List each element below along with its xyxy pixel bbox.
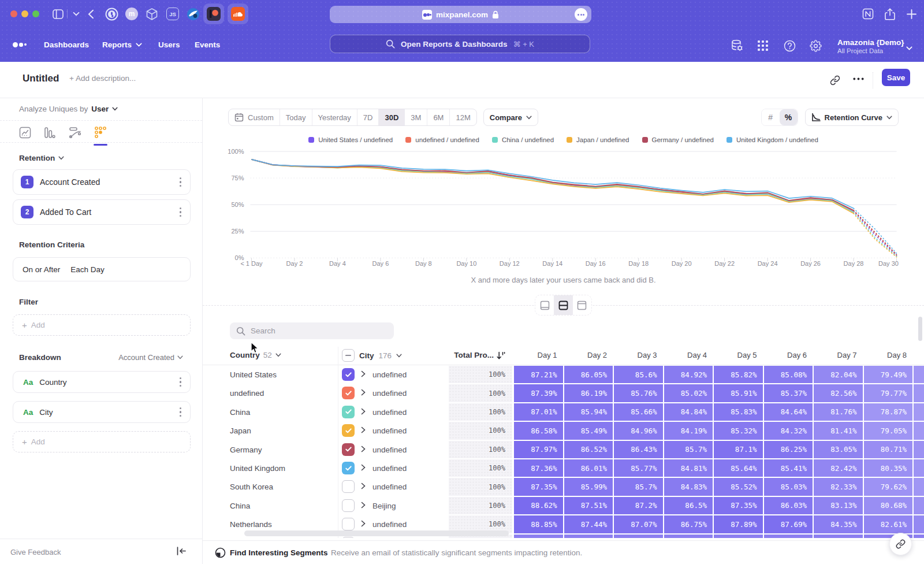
row-checkbox[interactable] xyxy=(342,462,355,474)
day-value-cell[interactable]: 86.25% xyxy=(764,441,813,458)
day-value-cell[interactable]: 86.52% xyxy=(564,441,613,458)
breakdown-city[interactable]: Aa City xyxy=(13,401,191,423)
day-column-header[interactable]: Day 7 xyxy=(813,351,863,359)
tab-funnels-icon[interactable] xyxy=(43,125,57,139)
tab-flows-icon[interactable] xyxy=(68,125,82,139)
range-30d[interactable]: 30D xyxy=(379,109,405,125)
day-value-cell[interactable]: 87.1% xyxy=(714,441,763,458)
collapse-sidebar-icon[interactable] xyxy=(177,547,186,556)
row-checkbox[interactable] xyxy=(342,480,355,493)
day-value-cell[interactable]: 82.04% xyxy=(814,366,863,383)
day-column-header[interactable]: Day 1 xyxy=(513,351,564,359)
chevron-down-icon[interactable] xyxy=(69,7,83,21)
city-cell[interactable]: Beijing xyxy=(372,502,396,510)
day-value-cell[interactable]: 86.5% xyxy=(664,497,713,514)
range-yesterday[interactable]: Yesterday xyxy=(312,109,357,125)
range-3m[interactable]: 3M xyxy=(405,109,427,125)
day-value-cell[interactable]: 84.83% xyxy=(664,478,713,495)
country-cell[interactable]: South Korea xyxy=(230,483,273,491)
cube-icon[interactable] xyxy=(145,7,159,21)
range-7d[interactable]: 7D xyxy=(357,109,379,125)
globe-wave-icon[interactable] xyxy=(186,7,200,21)
one-password-icon[interactable] xyxy=(105,7,118,21)
day-value-cell[interactable]: 83.13% xyxy=(814,497,863,514)
share-icon[interactable] xyxy=(883,7,897,21)
day-value-cell[interactable]: 85.94% xyxy=(564,403,613,421)
day-value-cell[interactable]: 86.03% xyxy=(764,497,813,514)
day-value-cell[interactable]: 86.75% xyxy=(664,515,713,533)
day-value-cell[interactable]: 87.01% xyxy=(514,403,563,421)
row-checkbox[interactable] xyxy=(342,424,355,437)
table-search[interactable]: Search xyxy=(230,322,394,339)
back-icon[interactable] xyxy=(84,7,98,21)
day-value-cell[interactable]: 84.64% xyxy=(764,403,813,421)
row-checkbox[interactable] xyxy=(342,518,355,530)
day-value-cell[interactable]: 79.77% xyxy=(864,384,913,402)
expand-row-icon[interactable] xyxy=(361,464,368,472)
add-breakdown-button[interactable]: +Add xyxy=(13,431,191,452)
day-column-header[interactable]: Day 8 xyxy=(863,351,914,359)
range-custom[interactable]: Custom xyxy=(229,109,280,125)
save-button[interactable]: Save xyxy=(882,69,910,86)
breakdown-menu-icon[interactable] xyxy=(180,407,182,417)
more-options-icon[interactable] xyxy=(853,77,863,88)
notion-icon[interactable] xyxy=(861,7,875,21)
day-value-cell[interactable]: 83.05% xyxy=(814,441,863,458)
expand-row-icon[interactable] xyxy=(361,520,368,528)
share-link-fab[interactable] xyxy=(889,533,912,555)
compare-button[interactable]: Compare xyxy=(483,109,538,126)
layout-table-only-button[interactable] xyxy=(573,295,591,315)
day-value-cell[interactable]: 87.21% xyxy=(514,366,563,383)
row-checkbox[interactable] xyxy=(342,499,355,512)
day-value-cell[interactable]: 80.35% xyxy=(864,459,913,477)
traffic-light-zoom[interactable] xyxy=(32,10,39,17)
day-value-cell[interactable]: 85.91% xyxy=(714,384,763,402)
step-menu-icon[interactable] xyxy=(180,207,182,217)
day-value-cell[interactable]: 85.76% xyxy=(614,384,663,402)
legend-item[interactable]: China / undefined xyxy=(492,136,554,143)
day-value-cell[interactable]: 85.32% xyxy=(714,422,763,439)
range-12m[interactable]: 12M xyxy=(450,109,476,125)
day-value-cell[interactable]: 87.97% xyxy=(514,441,563,458)
country-cell[interactable]: Germany xyxy=(230,446,262,454)
city-cell[interactable]: undefined xyxy=(372,426,407,435)
report-description-placeholder[interactable]: + Add description... xyxy=(69,74,136,83)
help-icon[interactable] xyxy=(783,39,796,52)
day-column-header[interactable]: Day 5 xyxy=(713,351,763,359)
day-value-cell[interactable]: 85.64% xyxy=(714,459,763,477)
avatar-m-icon[interactable]: m xyxy=(125,7,139,21)
legend-item[interactable]: Japan / undefined xyxy=(567,136,629,143)
day-value-cell[interactable]: 87.2% xyxy=(614,497,663,514)
city-cell[interactable]: undefined xyxy=(372,370,407,379)
workspace-chevron-icon[interactable] xyxy=(903,42,915,54)
day-value-cell[interactable]: 85.49% xyxy=(564,422,613,439)
retention-section-heading[interactable]: Retention xyxy=(19,154,64,162)
breakdown-country[interactable]: Aa Country xyxy=(13,371,191,393)
day-value-cell[interactable]: 88.62% xyxy=(514,497,563,514)
give-feedback-link[interactable]: Give Feedback xyxy=(10,548,61,556)
day-value-cell[interactable]: 87.51% xyxy=(564,497,613,514)
total-column-header[interactable]: Total Pro... xyxy=(449,351,505,359)
sidebar-toggle-icon[interactable] xyxy=(51,7,65,21)
day-value-cell[interactable]: 84.96% xyxy=(614,422,663,439)
day-value-cell[interactable]: 87.44% xyxy=(564,515,613,533)
country-cell[interactable]: China xyxy=(230,502,250,510)
criteria-each-day[interactable]: Each Day xyxy=(70,265,105,274)
expand-row-icon[interactable] xyxy=(361,408,368,415)
country-cell[interactable]: China xyxy=(230,408,250,417)
day-value-cell[interactable]: 84.32% xyxy=(764,422,813,439)
day-value-cell[interactable]: 82.61% xyxy=(864,515,913,533)
absolute-mode-button[interactable]: # xyxy=(762,109,780,125)
soundcloud-tab[interactable] xyxy=(228,3,248,24)
day-value-cell[interactable]: 87.35% xyxy=(714,497,763,514)
legend-item[interactable]: undefined / undefined xyxy=(405,136,479,143)
day-column-header[interactable]: Day 2 xyxy=(564,351,614,359)
data-management-icon[interactable] xyxy=(731,39,743,52)
retention-step-a[interactable]: 1 Account Created xyxy=(13,169,191,195)
day-value-cell[interactable]: 85.02% xyxy=(664,384,713,402)
day-value-cell[interactable]: 87.35% xyxy=(514,478,563,495)
day-value-cell[interactable]: 86.43% xyxy=(614,441,663,458)
legend-item[interactable]: United Kingdom / undefined xyxy=(726,136,818,143)
analyze-value[interactable]: User xyxy=(91,105,109,113)
step-menu-icon[interactable] xyxy=(180,177,182,187)
